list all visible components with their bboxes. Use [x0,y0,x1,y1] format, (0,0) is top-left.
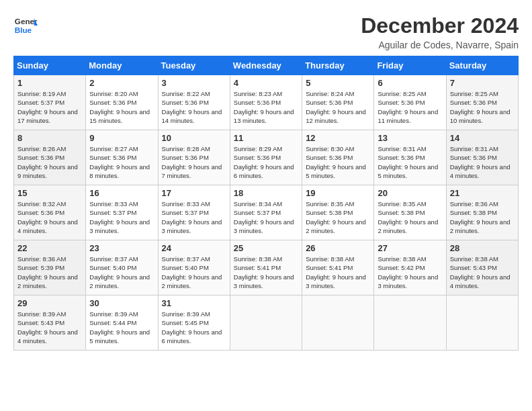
col-header-saturday: Saturday [446,56,518,75]
calendar-table: SundayMondayTuesdayWednesdayThursdayFrid… [13,56,519,351]
day-number: 27 [378,243,442,253]
day-number: 19 [306,188,370,198]
logo-icon: General Blue [13,13,38,38]
day-cell: 17Sunrise: 8:33 AMSunset: 5:37 PMDayligh… [158,185,230,240]
day-number: 25 [234,243,298,253]
day-info: Sunrise: 8:33 AMSunset: 5:37 PMDaylight:… [162,199,226,235]
day-info: Sunrise: 8:39 AMSunset: 5:44 PMDaylight:… [89,310,154,345]
day-number: 1 [17,78,82,88]
day-cell: 19Sunrise: 8:35 AMSunset: 5:38 PMDayligh… [302,185,374,240]
day-number: 4 [234,78,298,88]
day-info: Sunrise: 8:28 AMSunset: 5:36 PMDaylight:… [162,144,226,180]
day-info: Sunrise: 8:33 AMSunset: 5:37 PMDaylight:… [89,199,154,235]
day-number: 10 [162,133,226,143]
day-info: Sunrise: 8:19 AMSunset: 5:37 PMDaylight:… [17,89,82,125]
day-cell: 5Sunrise: 8:24 AMSunset: 5:36 PMDaylight… [302,75,374,130]
day-info: Sunrise: 8:30 AMSunset: 5:36 PMDaylight:… [306,144,370,180]
day-number: 24 [162,243,226,253]
day-info: Sunrise: 8:31 AMSunset: 5:36 PMDaylight:… [450,144,515,180]
day-number: 15 [17,188,82,198]
day-cell [446,295,518,351]
day-cell: 20Sunrise: 8:35 AMSunset: 5:38 PMDayligh… [374,185,446,240]
day-number: 28 [450,243,515,253]
title-block: December 2024 Aguilar de Codes, Navarre,… [361,13,519,50]
col-header-friday: Friday [374,56,446,75]
day-info: Sunrise: 8:39 AMSunset: 5:43 PMDaylight:… [17,310,82,345]
header-row: SundayMondayTuesdayWednesdayThursdayFrid… [14,56,519,75]
day-cell: 18Sunrise: 8:34 AMSunset: 5:37 PMDayligh… [230,185,302,240]
page-header: General Blue December 2024 Aguilar de Co… [13,13,519,50]
logo: General Blue [13,13,38,38]
day-info: Sunrise: 8:37 AMSunset: 5:40 PMDaylight:… [89,255,154,290]
day-info: Sunrise: 8:38 AMSunset: 5:41 PMDaylight:… [306,255,370,290]
day-cell: 7Sunrise: 8:25 AMSunset: 5:36 PMDaylight… [446,75,518,130]
day-cell: 1Sunrise: 8:19 AMSunset: 5:37 PMDaylight… [14,75,86,130]
day-number: 21 [450,188,515,198]
day-cell: 23Sunrise: 8:37 AMSunset: 5:40 PMDayligh… [86,240,158,295]
col-header-tuesday: Tuesday [158,56,230,75]
day-number: 7 [450,78,515,88]
week-row-1: 1Sunrise: 8:19 AMSunset: 5:37 PMDaylight… [14,75,519,130]
day-cell: 22Sunrise: 8:36 AMSunset: 5:39 PMDayligh… [14,240,86,295]
day-info: Sunrise: 8:39 AMSunset: 5:45 PMDaylight:… [162,310,226,345]
day-info: Sunrise: 8:25 AMSunset: 5:36 PMDaylight:… [450,89,515,125]
day-cell: 31Sunrise: 8:39 AMSunset: 5:45 PMDayligh… [158,295,230,351]
svg-text:Blue: Blue [15,26,32,34]
col-header-wednesday: Wednesday [230,56,302,75]
day-number: 11 [234,133,298,143]
day-info: Sunrise: 8:29 AMSunset: 5:36 PMDaylight:… [234,144,298,180]
day-number: 9 [89,133,154,143]
day-cell: 28Sunrise: 8:38 AMSunset: 5:43 PMDayligh… [446,240,518,295]
day-cell: 3Sunrise: 8:22 AMSunset: 5:36 PMDaylight… [158,75,230,130]
week-row-4: 22Sunrise: 8:36 AMSunset: 5:39 PMDayligh… [14,240,519,295]
day-info: Sunrise: 8:36 AMSunset: 5:38 PMDaylight:… [450,199,515,235]
location: Aguilar de Codes, Navarre, Spain [361,40,519,50]
day-number: 20 [378,188,442,198]
day-cell: 2Sunrise: 8:20 AMSunset: 5:36 PMDaylight… [86,75,158,130]
day-info: Sunrise: 8:26 AMSunset: 5:36 PMDaylight:… [17,144,82,180]
col-header-thursday: Thursday [302,56,374,75]
day-cell: 21Sunrise: 8:36 AMSunset: 5:38 PMDayligh… [446,185,518,240]
day-number: 13 [378,133,442,143]
day-number: 31 [162,298,226,308]
day-cell [374,295,446,351]
day-info: Sunrise: 8:31 AMSunset: 5:36 PMDaylight:… [378,144,442,180]
col-header-sunday: Sunday [14,56,86,75]
day-cell: 8Sunrise: 8:26 AMSunset: 5:36 PMDaylight… [14,130,86,185]
day-cell: 6Sunrise: 8:25 AMSunset: 5:36 PMDaylight… [374,75,446,130]
day-info: Sunrise: 8:24 AMSunset: 5:36 PMDaylight:… [306,89,370,125]
day-cell: 27Sunrise: 8:38 AMSunset: 5:42 PMDayligh… [374,240,446,295]
day-cell [302,295,374,351]
day-number: 29 [17,298,82,308]
day-cell: 29Sunrise: 8:39 AMSunset: 5:43 PMDayligh… [14,295,86,351]
day-number: 5 [306,78,370,88]
day-info: Sunrise: 8:32 AMSunset: 5:36 PMDaylight:… [17,199,82,235]
week-row-3: 15Sunrise: 8:32 AMSunset: 5:36 PMDayligh… [14,185,519,240]
day-number: 22 [17,243,82,253]
day-info: Sunrise: 8:35 AMSunset: 5:38 PMDaylight:… [306,199,370,235]
day-info: Sunrise: 8:22 AMSunset: 5:36 PMDaylight:… [162,89,226,125]
day-cell: 15Sunrise: 8:32 AMSunset: 5:36 PMDayligh… [14,185,86,240]
day-number: 14 [450,133,515,143]
day-cell [230,295,302,351]
day-cell: 13Sunrise: 8:31 AMSunset: 5:36 PMDayligh… [374,130,446,185]
day-number: 18 [234,188,298,198]
day-info: Sunrise: 8:38 AMSunset: 5:43 PMDaylight:… [450,255,515,290]
week-row-5: 29Sunrise: 8:39 AMSunset: 5:43 PMDayligh… [14,295,519,351]
day-number: 17 [162,188,226,198]
day-cell: 25Sunrise: 8:38 AMSunset: 5:41 PMDayligh… [230,240,302,295]
day-info: Sunrise: 8:25 AMSunset: 5:36 PMDaylight:… [378,89,442,125]
day-info: Sunrise: 8:20 AMSunset: 5:36 PMDaylight:… [89,89,154,125]
day-number: 30 [89,298,154,308]
day-number: 8 [17,133,82,143]
day-number: 23 [89,243,154,253]
day-info: Sunrise: 8:38 AMSunset: 5:41 PMDaylight:… [234,255,298,290]
day-cell: 16Sunrise: 8:33 AMSunset: 5:37 PMDayligh… [86,185,158,240]
day-cell: 26Sunrise: 8:38 AMSunset: 5:41 PMDayligh… [302,240,374,295]
day-info: Sunrise: 8:35 AMSunset: 5:38 PMDaylight:… [378,199,442,235]
day-cell: 30Sunrise: 8:39 AMSunset: 5:44 PMDayligh… [86,295,158,351]
day-cell: 24Sunrise: 8:37 AMSunset: 5:40 PMDayligh… [158,240,230,295]
day-number: 3 [162,78,226,88]
day-number: 26 [306,243,370,253]
day-info: Sunrise: 8:36 AMSunset: 5:39 PMDaylight:… [17,255,82,290]
